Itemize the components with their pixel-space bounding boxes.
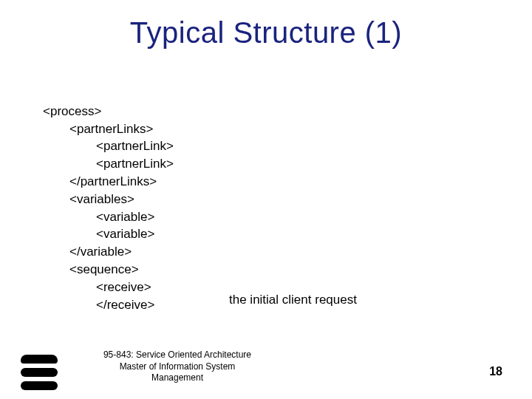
code-line: <variable> — [43, 208, 154, 226]
footer-line: 95-843: Service Oriented Architecture — [103, 349, 251, 360]
slide-title: Typical Structure (1) — [0, 16, 532, 50]
code-line: </receive> — [43, 296, 154, 314]
code-line: <partnerLink> — [43, 155, 174, 173]
code-line: <receive> — [43, 279, 151, 296]
footer-text: 95-843: Service Oriented Architecture Ma… — [74, 349, 281, 384]
code-line: <partnerLinks> — [43, 120, 153, 138]
page-number: 18 — [489, 365, 502, 378]
code-line: </partnerLinks> — [43, 173, 157, 191]
code-line: <variables> — [43, 191, 134, 208]
code-line: <sequence> — [43, 261, 139, 279]
footer-line: Master of Information System — [120, 361, 236, 372]
code-line: <partnerLink> — [43, 137, 174, 155]
code-block: <process> <partnerLinks> <partnerLink> <… — [43, 85, 174, 313]
logo-icon — [21, 355, 58, 386]
annotation-text: the initial client request — [229, 293, 357, 307]
code-line: <variable> — [43, 225, 154, 243]
footer-line: Management — [151, 372, 203, 383]
code-line: </variable> — [43, 243, 132, 261]
code-line: <process> — [43, 104, 101, 118]
